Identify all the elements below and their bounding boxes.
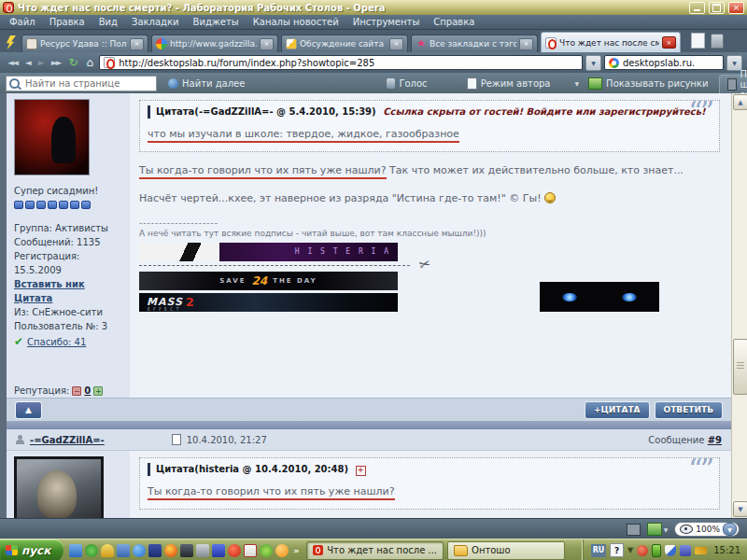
lamp-icon[interactable] <box>101 544 114 557</box>
thanks-link[interactable]: Спасибо: 41 <box>27 335 86 349</box>
language-indicator[interactable]: RU <box>591 544 606 557</box>
taskbar-clock[interactable]: 15:21 <box>713 545 740 555</box>
mail-icon[interactable] <box>69 544 82 557</box>
closed-tabs-trash-icon[interactable] <box>711 34 724 49</box>
page-content: Супер сисадмин! Группа: Активисты Сообще… <box>0 93 731 518</box>
tab-close-icon[interactable]: × <box>519 38 533 50</box>
expand-quote-icon[interactable]: + <box>356 466 366 476</box>
reputation-plus-button[interactable]: + <box>93 386 103 396</box>
printer-icon[interactable] <box>196 544 209 557</box>
forward-button[interactable]: ► <box>35 58 46 67</box>
taskbar: пуск » Что ждет нас после ... Онтошо <box>0 539 747 560</box>
tab-close-icon[interactable]: × <box>130 38 144 50</box>
tab-close-icon[interactable]: × <box>662 36 676 49</box>
start-button[interactable]: пуск <box>0 539 63 560</box>
reply-button[interactable]: ОТВЕТИТЬ <box>655 401 723 419</box>
address-bar: ◄◄ ◄ ► ►► ↻ ⌂ http://desktopslab.ru/foru… <box>0 52 747 74</box>
reload-button[interactable]: ↻ <box>66 56 81 69</box>
refresh-icon[interactable] <box>85 544 98 557</box>
firefox-icon[interactable] <box>164 544 177 557</box>
status-zoom-dropdown[interactable]: ▼ <box>723 523 737 536</box>
reputation-value[interactable]: 0 <box>84 384 91 398</box>
hidden-link-note[interactable]: Ссылка скрыта от гостей! Войдите или зар… <box>383 106 706 117</box>
url-dropdown-button[interactable]: ▼ <box>585 55 601 71</box>
post-author-link[interactable]: -=GadZZillA=- <box>30 435 105 445</box>
menu-feeds[interactable]: Каналы новостей <box>253 17 339 27</box>
system-tray: RU ? ▼ 15:21 <box>582 539 747 560</box>
search-value: desktopslab.ru. <box>623 58 695 68</box>
network-tray-icon[interactable] <box>680 545 691 556</box>
scroll-top-button[interactable]: ▲ <box>15 401 42 419</box>
quote-user-link[interactable]: Цитата <box>14 293 52 303</box>
tab-close-icon[interactable]: × <box>260 38 274 50</box>
quote-marks-icon: “” <box>688 453 712 485</box>
internet-explorer-icon[interactable] <box>133 544 146 557</box>
message-number-link[interactable]: #9 <box>708 435 722 445</box>
menu-widgets[interactable]: Виджеты <box>193 17 239 27</box>
opera-launch-icon[interactable] <box>228 544 241 557</box>
folder-app-icon[interactable] <box>117 544 130 557</box>
menu-file[interactable]: Файл <box>9 17 35 27</box>
tab-blog-discussion[interactable]: Обсуждение сайта Блог ... × <box>281 35 408 52</box>
shield-tray-icon[interactable] <box>665 545 676 556</box>
quote-button[interactable]: +ЦИТАТА <box>585 401 650 419</box>
tab-resurs-udava[interactable]: Ресурс Удава :: Полит.с... × <box>21 35 148 52</box>
opera-tray-icon[interactable] <box>637 545 648 556</box>
find-next-button[interactable]: Найти далее <box>168 78 245 89</box>
voice-button[interactable]: Голос <box>387 78 427 89</box>
reputation-minus-button[interactable]: − <box>72 386 81 396</box>
histeria-banner: H I S T E R I A <box>139 243 398 261</box>
insert-nick-link[interactable]: Вставить ник <box>14 279 85 289</box>
close-button[interactable]: × <box>728 2 744 14</box>
rewind-button[interactable]: ◄◄ <box>5 58 20 67</box>
menu-help[interactable]: Справка <box>433 17 474 27</box>
monitor-icon[interactable] <box>180 544 193 557</box>
orange-ball-icon[interactable] <box>275 544 289 557</box>
new-tab-button[interactable] <box>691 33 705 49</box>
find-on-page-input[interactable] <box>6 76 157 91</box>
menu-bookmarks[interactable]: Закладки <box>132 17 179 27</box>
author-mode-caret-icon[interactable]: ▼ <box>574 80 579 87</box>
help-tray-icon[interactable]: ? <box>610 543 624 557</box>
quick-launch-overflow-icon[interactable]: » <box>293 546 299 555</box>
histeria-banner-art <box>139 243 219 261</box>
author-mode-button[interactable]: Режим автора ▼ <box>467 77 579 90</box>
restore-button[interactable] <box>709 2 725 14</box>
panels-toggle-icon[interactable] <box>6 35 16 49</box>
image-placeholder-icon[interactable] <box>627 524 641 536</box>
quote-header: Цитата(histeria @ 10.4.2010, 20:48) <box>156 464 348 474</box>
scrollbar-thumb[interactable] <box>733 339 747 395</box>
scrollbar-down-button[interactable]: ▼ <box>733 501 747 517</box>
search-field[interactable]: desktopslab.ru. <box>604 55 724 70</box>
fit-width-toggle[interactable]: По ширине окна <box>719 75 747 94</box>
scrollbar-up-button[interactable]: ▲ <box>733 94 747 110</box>
home-button[interactable]: ⌂ <box>84 56 97 69</box>
images-toggle-caret-icon[interactable]: ▼ <box>664 526 669 533</box>
tab-bookmarks-tag[interactable]: ★ Все закладки с тэгом ос... × <box>411 35 538 52</box>
menu-tools[interactable]: Инструменты <box>353 17 420 27</box>
menu-edit[interactable]: Правка <box>49 17 85 27</box>
taskbar-item-folder[interactable]: Онтошо <box>447 541 565 560</box>
hide-icons-chevron-icon[interactable]: ▼ <box>627 546 633 554</box>
url-field[interactable]: http://desktopslab.ru/forum/index.php?sh… <box>99 55 583 70</box>
status-zoom-control[interactable]: 100% ▼ <box>674 522 740 537</box>
flower-icon[interactable] <box>260 544 273 557</box>
user-group: Группа: Активисты <box>14 221 130 235</box>
page-scrollbar[interactable]: ▲ ▼ <box>731 93 747 518</box>
taskbar-item-opera[interactable]: Что ждет нас после ... <box>306 541 444 560</box>
battery-tray-icon[interactable] <box>652 544 661 557</box>
notes-icon[interactable] <box>244 544 257 557</box>
show-images-button[interactable]: Показывать рисунки <box>588 77 708 90</box>
back-button[interactable]: ◄ <box>22 58 33 67</box>
book-icon[interactable] <box>148 544 162 557</box>
flag-icon[interactable] <box>212 544 225 557</box>
images-toggle-icon[interactable] <box>647 523 662 536</box>
menu-view[interactable]: Вид <box>99 17 118 27</box>
search-dropdown-button[interactable]: ▼ <box>726 55 742 71</box>
minimize-button[interactable] <box>689 2 705 14</box>
tab-close-icon[interactable]: × <box>389 38 403 50</box>
tab-active-topic[interactable]: Что ждет нас после сме... × <box>541 32 681 52</box>
pencil-tray-icon[interactable] <box>695 547 707 554</box>
tab-gadzzilla[interactable]: http://www.gadzzilla.org.... × <box>151 35 278 52</box>
fast-forward-button[interactable]: ►► <box>49 58 63 67</box>
